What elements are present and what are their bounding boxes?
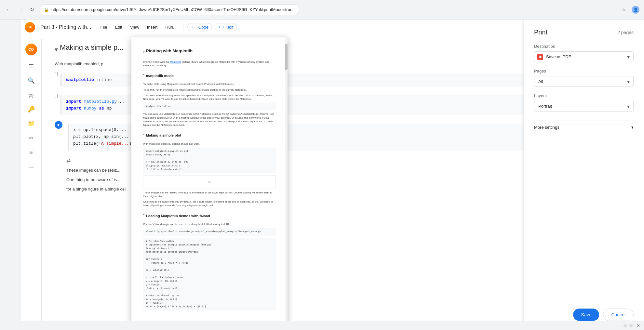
preview-text-3: To do this, run the %matplotlib magic co… [143,88,276,92]
preview-heading-4: Loading Matplotlib demos with %load [146,213,210,219]
section-heading-simple-plot: Making a simple p... [60,42,124,53]
sidebar: CO ☰ 🔍 {x} 🔑 📁 <> ≡ ▭ [21,39,42,330]
preview-scrollbar-thumb[interactable] [285,44,288,70]
save-button[interactable]: Save [573,309,599,321]
plot-placeholder: ≈ [143,175,276,189]
add-text-button[interactable]: + + Text [215,23,237,31]
chevron-down-icon-settings: ▾ [631,125,634,130]
notebook-title: Part 3 - Plotting with... [40,24,91,30]
preview-text-5: You can also use Matplotlib GUI backends… [143,112,276,127]
run-cell-button[interactable]: ▶ [55,121,62,129]
bottom-icon-close[interactable] [629,324,633,327]
sidebar-item-search[interactable]: 🔍 [25,74,38,87]
preview-code-inline: %matplotlib inline [143,103,276,110]
sidebar-item-code[interactable]: <> [25,131,38,144]
plus-icon-text: + [218,25,221,30]
address-bar[interactable]: 🔒 https://colab.research.google.com/driv… [39,4,299,15]
sidebar-item-files[interactable]: 📁 [25,117,38,130]
back-button[interactable]: ← [4,5,13,14]
destination-field: Destination Save as PDF 📄 [534,44,634,62]
print-actions: Save Cancel [534,301,634,321]
preview-code-2: import matplotlib.pyplot as plt import n… [143,148,276,173]
preview-text-1: IPython works with the Matplotlib plotti… [143,60,276,67]
preview-scrollbar[interactable] [285,37,288,323]
pages-label: Pages [534,69,634,73]
close-button-bottom[interactable]: ✕ [637,323,640,328]
sidebar-item-forms[interactable]: ▭ [25,160,38,173]
preview-text-9: IPython's %load magic can be used to loa… [143,222,276,226]
print-pages-count: 2 pages [617,30,634,35]
profile-button[interactable]: 👤 [631,5,640,14]
print-panel: Print 2 pages Destination Save as PDF 📄 … [524,20,644,330]
menu-edit[interactable]: Edit [112,23,125,31]
preview-content: ▾ Plotting with Matplotlib IPython works… [131,37,288,323]
main-area: CO Part 3 - Plotting with... File Edit V… [21,20,644,330]
menu-run[interactable]: Run... [163,23,179,31]
layout-select-wrapper: Portrait [534,101,634,112]
pages-select[interactable]: All [534,76,634,87]
menu-file[interactable]: File [98,23,110,31]
menu-insert[interactable]: Insert [144,23,160,31]
collapse-icon[interactable]: ▾ [55,44,58,55]
layout-field: Layout Portrait [534,93,634,112]
layout-label: Layout [534,93,634,98]
sidebar-item-variables[interactable]: {x} [25,88,38,101]
sidebar-item-secrets[interactable]: 🔑 [25,103,38,116]
print-header: Print 2 pages [534,29,634,36]
pages-select-wrapper: All [534,76,634,87]
pages-field: Pages All [534,69,634,87]
sidebar-logo: CO [25,43,38,56]
bookmark-button[interactable]: ☆ [619,5,628,14]
bottom-icon-1[interactable] [624,324,627,327]
security-icon: 🔒 [44,7,49,12]
cancel-button[interactable]: Cancel [603,309,634,321]
matplotlib-link[interactable]: Matplotlib [170,60,181,63]
preview-text-8: One thing to be aware of is that by defa… [143,200,276,207]
more-settings-label: More settings [534,125,559,130]
reload-button[interactable]: ↻ [27,5,36,14]
browser-actions: ☆ 👤 [619,5,640,14]
url-text: https://colab.research.google.com/drive/… [51,7,292,12]
destination-label: Destination [534,44,634,49]
preview-heading-1: Plotting with Matplotlib [146,48,193,54]
browser-chrome: ← → ↻ 🔒 https://colab.research.google.co… [0,0,644,20]
destination-select[interactable]: Save as PDF [534,51,634,62]
plus-icon: + [191,25,194,30]
preview-text-7: These images can be resized by dragging … [143,191,276,198]
preview-heading-3: Making a simple plot [146,133,181,138]
preview-heading-2: matplotlib mode [146,73,174,79]
bottom-bar: ✕ [0,321,644,330]
print-title: Print [534,29,547,36]
preview-text-4: This takes an optional argument that spe… [143,94,276,101]
destination-select-wrapper: Save as PDF 📄 [534,51,634,62]
print-preview: ▾ Plotting with Matplotlib IPython works… [131,37,288,323]
cell-marker-1: [ ] [55,71,58,77]
layout-select[interactable]: Portrait [534,101,634,112]
add-code-button[interactable]: + + Code [187,23,212,31]
preview-text-2: To make plots using Matplotlib, you must… [143,82,276,86]
menu-view[interactable]: View [127,23,142,31]
preview-code-3: %load http://matplotlib.sourceforge.net/… [143,228,276,235]
cell-marker-2: [ ] [55,93,58,99]
more-settings-toggle[interactable]: More settings ▾ [534,121,634,134]
sidebar-item-toc[interactable]: ☰ [25,60,38,73]
forward-button[interactable]: → [16,5,25,14]
preview-code-4: #!/usr/bin/env python # implement the ex… [143,238,276,311]
preview-text-6: With matplotlib enabled, plotting should… [143,142,276,146]
sidebar-item-text[interactable]: ≡ [25,146,38,159]
colab-logo: CO [25,22,35,33]
